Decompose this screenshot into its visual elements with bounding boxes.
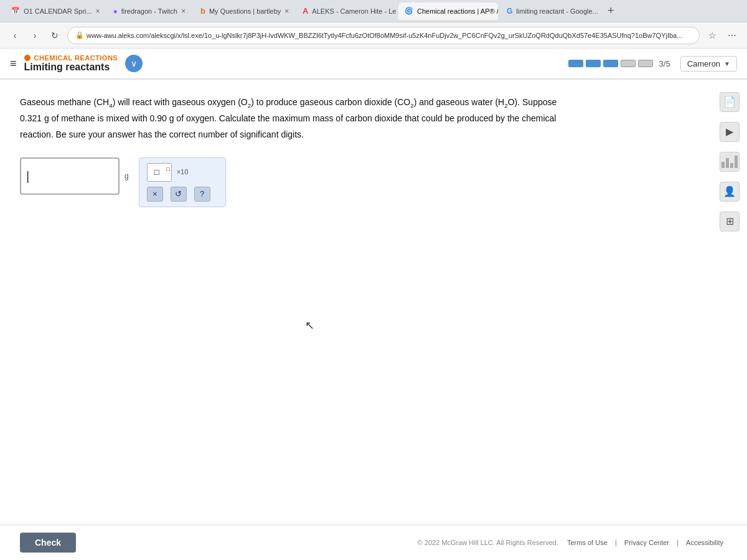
play-icon[interactable]: ▶: [720, 122, 740, 142]
math-input-content: □: [154, 166, 164, 179]
math-toolbar-buttons: × ↺ ?: [147, 187, 218, 202]
close-button[interactable]: ×: [147, 187, 163, 202]
tab-chemical-label: Chemical reactions | AP® /C...: [417, 7, 498, 15]
progress-box-4: [621, 60, 636, 67]
problem-text: Gaseous methane (CH4) will react with ga…: [20, 95, 580, 142]
tab-calendar-close[interactable]: ×: [95, 7, 100, 16]
math-toolbar-top: □ □ ×10: [147, 163, 218, 182]
tab-google[interactable]: G limiting reactant - Google... ×: [500, 2, 600, 20]
bookmarks-button[interactable]: ☆: [705, 28, 720, 43]
progress-box-2: [586, 60, 601, 67]
tab-twitch-close[interactable]: ×: [181, 7, 186, 16]
answer-cursor: |: [26, 166, 29, 187]
problem-area: Gaseous methane (CH4) will react with ga…: [0, 80, 747, 525]
progress-text: 3/5: [659, 59, 670, 68]
chart-icon[interactable]: [720, 152, 740, 172]
math-toolbar: □ □ ×10 × ↺ ?: [139, 157, 226, 207]
section-label: CHEMICAL REACTIONS: [34, 54, 118, 62]
accessibility-icon[interactable]: 👤: [720, 182, 740, 202]
tab-calendar-favicon: 📅: [11, 7, 20, 15]
topbar-right: 3/5 Cameron ▼: [568, 56, 737, 72]
tab-bartleby-favicon: b: [200, 6, 205, 16]
unit-label: g: [125, 170, 129, 182]
check-button[interactable]: Check: [20, 533, 76, 553]
url-text: www-awu.aleks.com/alekscgi/x/lsl.exe/1o_…: [87, 32, 682, 39]
terms-link[interactable]: Terms of Use: [567, 539, 608, 546]
tab-chemical-reactions[interactable]: 🌀 Chemical reactions | AP® /C... ×: [398, 2, 498, 20]
grid-icon[interactable]: ⊞: [720, 212, 740, 231]
tab-aleks-favicon: A: [303, 6, 308, 16]
browser-window: 📅 O1 CALENDAR Spri... × ● firedragon - T…: [0, 0, 747, 560]
url-bar[interactable]: 🔒 www-awu.aleks.com/alekscgi/x/lsl.exe/1…: [67, 27, 700, 44]
superscript-indicator: □: [166, 165, 169, 174]
address-bar: ‹ › ↻ 🔒 www-awu.aleks.com/alekscgi/x/lsl…: [0, 22, 747, 49]
tab-calendar-label: O1 CALENDAR Spri...: [24, 7, 92, 15]
tab-google-label: limiting reactant - Google...: [516, 7, 598, 15]
tab-twitch-favicon: ●: [113, 7, 118, 15]
cursor-pointer: ↖: [305, 316, 314, 335]
footer: © 2022 McGraw Hill LLC. All Rights Reser…: [418, 539, 727, 546]
topic-chevron[interactable]: ∨: [125, 55, 143, 72]
tab-bartleby-label: My Questions | bartleby: [209, 7, 281, 15]
forward-button[interactable]: ›: [27, 28, 42, 43]
tab-aleks[interactable]: A ALEKS - Cameron Hite - Le... ×: [296, 2, 396, 20]
footer-links: Terms of Use | Privacy Center | Accessib…: [563, 539, 727, 546]
desktop: 📅 O1 CALENDAR Spri... × ● firedragon - T…: [0, 0, 747, 560]
browser-content: ≡ CHEMICAL REACTIONS Limiting reactants …: [0, 49, 747, 560]
progress-box-3: [603, 60, 618, 67]
bottom-bar: Check © 2022 McGraw Hill LLC. All Rights…: [0, 525, 747, 560]
tab-google-favicon: G: [507, 7, 512, 16]
topic-label: Limiting reactants: [24, 62, 118, 73]
tab-calendar[interactable]: 📅 O1 CALENDAR Spri... ×: [5, 2, 105, 20]
user-name: Cameron: [687, 59, 720, 68]
accessibility-link[interactable]: Accessibility: [686, 539, 723, 546]
tab-chemical-favicon: 🌀: [405, 7, 413, 15]
tab-aleks-label: ALEKS - Cameron Hite - Le...: [312, 7, 396, 15]
tab-bartleby[interactable]: b My Questions | bartleby ×: [194, 2, 294, 20]
menu-icon[interactable]: ≡: [10, 57, 17, 70]
tab-bartleby-close[interactable]: ×: [284, 7, 289, 16]
reload-button[interactable]: ↻: [47, 28, 62, 43]
document-icon[interactable]: 📄: [720, 92, 740, 112]
times10-label: ×10: [177, 166, 189, 178]
privacy-link[interactable]: Privacy Center: [624, 539, 669, 546]
progress-box-1: [568, 60, 583, 67]
undo-button[interactable]: ↺: [171, 187, 187, 202]
new-tab-button[interactable]: +: [603, 4, 619, 17]
aleks-topbar: ≡ CHEMICAL REACTIONS Limiting reactants …: [0, 49, 747, 80]
lock-icon: 🔒: [75, 31, 84, 39]
section-dot: [24, 55, 31, 61]
tab-twitch-label: firedragon - Twitch: [121, 7, 177, 15]
back-button[interactable]: ‹: [7, 28, 22, 43]
tab-twitch[interactable]: ● firedragon - Twitch ×: [107, 2, 192, 20]
chevron-down-icon: ▼: [724, 60, 730, 67]
answer-input-box[interactable]: |: [20, 157, 120, 195]
copyright-text: © 2022 McGraw Hill LLC. All Rights Reser…: [418, 539, 558, 546]
title-bar: 📅 O1 CALENDAR Spri... × ● firedragon - T…: [0, 0, 747, 22]
answer-area: | g □ □ ×10: [20, 157, 727, 207]
help-button[interactable]: ?: [194, 187, 210, 202]
right-sidebar: 📄 ▶ 👤 ⊞: [720, 92, 740, 231]
user-dropdown[interactable]: Cameron ▼: [680, 56, 737, 72]
math-input-small[interactable]: □ □: [147, 163, 172, 182]
progress-boxes: 3/5: [568, 59, 670, 68]
progress-box-5: [638, 60, 653, 67]
extensions-button[interactable]: ⋯: [725, 28, 740, 43]
